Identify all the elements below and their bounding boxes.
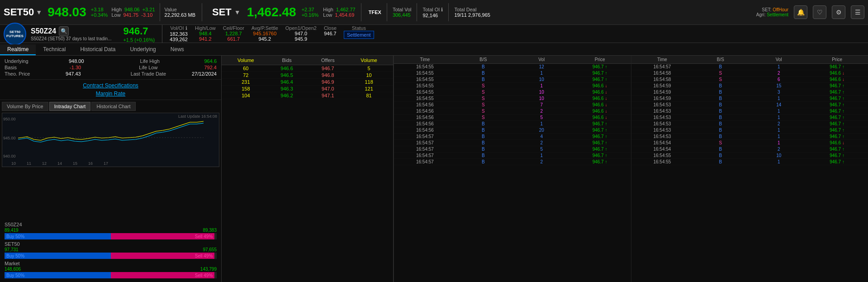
trade-time: 16:54:59 bbox=[633, 96, 692, 101]
tfex-block: TFEX bbox=[369, 10, 381, 15]
set50-ticker: SET50 ▼ 948.03 +3.18 +0.34% High 948.06 … bbox=[4, 3, 195, 21]
set50-change-high: +3.21 bbox=[142, 7, 155, 12]
trade-price: 946.7 ↑ bbox=[808, 159, 866, 164]
orderbook-row: 158 946.3 947.0 121 bbox=[222, 86, 393, 92]
tfex-label: TFEX bbox=[369, 10, 381, 15]
trade-qty: 2 bbox=[512, 140, 571, 145]
trade-row: 16:54:57 B 2 946.7 ↑ bbox=[394, 140, 631, 146]
trade-row: 16:54:53 B 1 946.7 ↑ bbox=[631, 134, 868, 140]
ob-vol-buy: 60 bbox=[225, 66, 266, 71]
trade-time: 16:54:55 bbox=[396, 77, 454, 82]
trade-time: 16:54:59 bbox=[633, 90, 692, 95]
chart-y-high: 950.00 bbox=[3, 117, 16, 121]
set50-sell-val: 97,655 bbox=[203, 247, 217, 252]
orderbook-row: 72 946.5 946.8 10 bbox=[222, 72, 393, 79]
chart-tab-historical[interactable]: Historical Chart bbox=[91, 102, 135, 111]
trade-row: 16:54:57 B 1 946.7 ↑ bbox=[631, 64, 868, 70]
market-buy-val: 148,606 bbox=[5, 267, 21, 272]
trade-time: 16:54:55 bbox=[396, 64, 454, 69]
tab-underlying[interactable]: Underlying bbox=[123, 44, 163, 55]
tab-technical[interactable]: Technical bbox=[36, 44, 73, 55]
trade-price: 946.7 ↑ bbox=[808, 96, 866, 101]
link-section: Contract Specifications Margin Rate bbox=[0, 80, 221, 100]
trade-time: 16:54:56 bbox=[396, 102, 454, 107]
set50-arrow[interactable]: ▼ bbox=[36, 9, 42, 16]
list-icon[interactable]: ☰ bbox=[851, 5, 864, 19]
trade-price: 946.6 ↓ bbox=[571, 109, 629, 114]
status-label: Status bbox=[352, 25, 366, 31]
ob-header-bids: Bids bbox=[266, 57, 308, 63]
tab-news[interactable]: News bbox=[163, 44, 191, 55]
trade-price: 946.7 ↑ bbox=[571, 134, 629, 139]
tab-historical[interactable]: Historical Data bbox=[73, 44, 123, 55]
open-1: 947.0 bbox=[295, 31, 308, 36]
life-low-label: Life Low bbox=[139, 65, 184, 70]
trade-price: 946.7 ↑ bbox=[808, 64, 866, 69]
life-low-val: 792.4 bbox=[204, 65, 217, 70]
trade-price: 946.7 ↑ bbox=[571, 71, 629, 76]
avg-label: Avg/P.Settle bbox=[251, 25, 278, 31]
tab-realtime[interactable]: Realtime bbox=[0, 44, 36, 55]
s50z24-sell-bar: Sell 49% bbox=[111, 233, 215, 239]
trade-row: 16:54:59 B 15 946.7 ↑ bbox=[631, 83, 868, 89]
set50-high: 948.06 bbox=[124, 7, 140, 12]
chart-tab-volume[interactable]: Volume By Price bbox=[2, 102, 48, 111]
vol-row-set50: SET50 97,731 97,655 Buy 50% Sell 49% bbox=[5, 241, 217, 259]
trade-qty: 1 bbox=[749, 159, 808, 164]
agri-badge: Agri: Settlement bbox=[756, 12, 788, 17]
trade-qty: 5 bbox=[512, 115, 571, 120]
ob-vol-buy: 72 bbox=[225, 72, 266, 78]
contract-spec-link[interactable]: Contract Specifications bbox=[83, 82, 138, 89]
set50-bar: Buy 50% Sell 49% bbox=[5, 253, 217, 259]
set-low: 1,454.69 bbox=[335, 12, 354, 18]
set-change: +2.37 +0.16% bbox=[302, 7, 319, 18]
trade-bs: B bbox=[691, 102, 749, 107]
set50-high-label: High bbox=[111, 7, 122, 12]
set-name: SET bbox=[212, 6, 232, 18]
set-high: 1,462.77 bbox=[336, 7, 356, 12]
trade-row: 16:54:55 S 1 946.6 ↓ bbox=[394, 83, 631, 89]
ceil-stat: Ceil/Floor 1,228.7 661.7 bbox=[223, 25, 244, 42]
trade-time: 16:54:55 bbox=[396, 90, 454, 95]
right-panel: Time B/S Vol Price 16:54:55 B 12 946.7 ↑… bbox=[394, 56, 868, 282]
trade-qty: 14 bbox=[749, 102, 808, 107]
set50-name: SET50 bbox=[4, 6, 34, 18]
equalizer-icon[interactable]: ⚙ bbox=[832, 5, 845, 19]
ob-vol-sell: 118 bbox=[348, 79, 389, 85]
ob-offer: 946.7 bbox=[308, 66, 349, 71]
trade-price: 946.7 ↑ bbox=[808, 121, 866, 126]
trade-row: 16:54:57 B 5 946.7 ↑ bbox=[394, 146, 631, 153]
trade-time: 16:54:56 bbox=[396, 128, 454, 133]
trade-qty: 1 bbox=[512, 83, 571, 88]
trade-row: 16:54:58 S 2 946.6 ↓ bbox=[631, 70, 868, 76]
chart-tab-intraday[interactable]: Intraday Chart bbox=[49, 102, 91, 111]
trade-price: 946.6 ↓ bbox=[571, 102, 629, 107]
symbol-search-icon[interactable]: 🔍 bbox=[59, 26, 69, 36]
ob-bid: 946.4 bbox=[266, 79, 308, 85]
trade-bs: B bbox=[454, 128, 512, 133]
s50z24-sell-val: 89,383 bbox=[203, 228, 217, 233]
s50z24-buy-bar: Buy 50% bbox=[5, 233, 111, 239]
status-stat: Status Settlement bbox=[344, 25, 374, 42]
bell-icon[interactable]: 🔔 bbox=[794, 5, 807, 19]
close-val: 946.7 bbox=[324, 31, 337, 36]
set-arrow[interactable]: ▼ bbox=[234, 9, 241, 16]
trade-bs: S bbox=[454, 115, 512, 120]
trade-bs: B bbox=[691, 153, 749, 158]
trade-price: 946.6 ↓ bbox=[571, 83, 629, 88]
trade-price: 946.7 ↑ bbox=[808, 90, 866, 95]
ob-vol-buy: 231 bbox=[225, 79, 266, 85]
set50-change1: +3.18 bbox=[91, 7, 108, 12]
symbol-subtitle: S50Z24 (SET50) 37 days to last tradin... bbox=[31, 36, 111, 41]
set-change1: +2.37 bbox=[302, 7, 319, 12]
trade-time: 16:54:59 bbox=[633, 83, 692, 88]
trade-qty: 10 bbox=[512, 96, 571, 101]
trade-row: 16:54:59 B 3 946.7 ↑ bbox=[631, 89, 868, 96]
heart-icon[interactable]: ♡ bbox=[813, 5, 826, 19]
status-badges: SET: SET: OffHourOffHour Agri: Settlemen… bbox=[756, 7, 788, 17]
trade-time: 16:54:54 bbox=[633, 147, 692, 152]
set50-low-label: Low bbox=[111, 12, 120, 18]
trade-price: 946.7 ↑ bbox=[571, 64, 629, 69]
margin-rate-link[interactable]: Margin Rate bbox=[96, 91, 125, 97]
set50-change2: +0.34% bbox=[91, 12, 108, 18]
